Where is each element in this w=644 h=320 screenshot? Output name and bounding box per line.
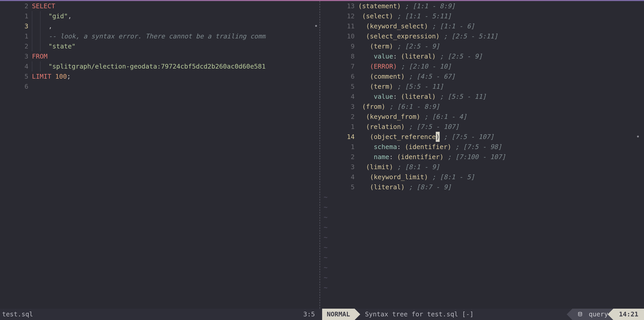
tree-content[interactable]: (keyword_from) ; [6:1 - 4] [358,112,467,122]
tree-node: statement [362,2,397,10]
tree-node: select [366,12,389,20]
tree-content[interactable]: (comment) ; [4:5 - 67] [358,71,455,81]
tree-node: identifier [401,153,440,161]
code-line[interactable]: 6 [0,81,322,92]
token [32,31,40,41]
line-number: 13 [322,1,358,11]
token: -- look, a syntax error. There cannot be… [48,32,266,40]
code-line[interactable]: 2 "state" [0,41,322,51]
line-number: 2 [0,41,32,51]
cursorline-highlight [32,21,319,31]
tree-content[interactable]: (keyword_limit) ; [8:1 - 5] [358,172,475,182]
status-clock: 14:21 [613,309,644,320]
code-content[interactable]: "gid", [32,11,72,21]
code-content[interactable]: FROM [32,51,47,61]
tree-content[interactable]: (relation) ; [7:5 - 107] [358,122,459,132]
block-cursor: ) [436,132,440,142]
tree-content[interactable]: (keyword_select) ; [1:1 - 6] [358,21,475,31]
code-content[interactable]: -- look, a syntax error. There cannot be… [32,31,266,41]
token [51,73,55,80]
line-number: 7 [322,61,358,71]
empty-line-tilde: ~ [322,273,644,283]
tree-line[interactable]: 8 value: (literal) ; [2:5 - 9] [322,51,644,61]
tree-line[interactable]: 5 (literal) ; [8:7 - 9] [322,182,644,192]
tree-line[interactable]: 10 (select_expression) ; [2:5 - 5:11] [322,31,644,41]
tree-content[interactable]: (limit) ; [8:1 - 9] [358,162,440,172]
tree-line[interactable]: 14 (object_reference) ; [7:5 - 107]• [322,132,644,142]
token [40,61,48,71]
line-number: 2 [322,152,358,162]
line-number: 4 [322,92,358,102]
tree-line[interactable]: 4 value: (literal) ; [5:5 - 11] [322,92,644,102]
token: ; [67,73,71,80]
tree-line[interactable]: 2 name: (identifier) ; [7:100 - 107] [322,152,644,162]
code-line[interactable]: 1 -- look, a syntax error. There cannot … [0,31,322,41]
code-content[interactable]: SELECT [32,1,55,11]
database-icon [578,310,589,318]
tree-line[interactable]: 4 (keyword_limit) ; [8:1 - 5] [322,172,644,182]
tree-line[interactable]: 2 (keyword_from) ; [6:1 - 4] [322,112,644,122]
code-content[interactable]: LIMIT 100; [32,71,71,81]
token: FROM [32,53,47,60]
line-number: 8 [322,51,358,61]
tree-node: literal [374,183,401,191]
line-number: 1 [0,31,32,41]
left-pane-sql-buffer[interactable]: 2SELECT1 "gid",3 ,•1 -- look, a syntax e… [0,1,322,309]
tree-range-annotation: ; [5:5 - 11] [436,93,486,100]
eol-marker: • [314,21,318,31]
tree-content[interactable]: value: (literal) ; [2:5 - 9] [358,51,482,61]
tree-line[interactable]: 13(statement) ; [1:1 - 8:9] [322,1,644,11]
status-cursor-position: 3:5 [303,309,322,320]
tree-line[interactable]: 11 (keyword_select) ; [1:1 - 6] [322,21,644,31]
code-line[interactable]: 4 "splitgraph/election-geodata:79724cbf5… [0,61,322,71]
tree-range-annotation: ; [6:1 - 8:9] [385,103,440,110]
tree-content[interactable]: name: (identifier) ; [7:100 - 107] [358,152,506,162]
tree-range-annotation: ; [5:5 - 11] [393,83,444,90]
tree-line[interactable]: 6 (comment) ; [4:5 - 67] [322,71,644,81]
tree-content[interactable]: value: (literal) ; [5:5 - 11] [358,92,486,102]
line-number: 2 [322,112,358,122]
tree-line[interactable]: 12 (select) ; [1:1 - 5:11] [322,11,644,21]
tree-content[interactable]: (literal) ; [8:7 - 9] [358,182,451,192]
tree-content[interactable]: (from) ; [6:1 - 8:9] [358,102,440,112]
tree-line[interactable]: 7 (ERROR) ; [2:10 - 10] [322,61,644,71]
status-db-segment: query [572,309,613,320]
tree-content[interactable]: (statement) ; [1:1 - 8:9] [358,1,455,11]
code-line[interactable]: 5LIMIT 100; [0,71,322,81]
tree-content[interactable]: schema: (identifier) ; [7:5 - 98] [358,142,502,152]
line-number: 6 [0,81,32,92]
line-number: 12 [322,11,358,21]
tree-content[interactable]: (term) ; [5:5 - 11] [358,81,444,92]
statusline-left: test.sql 3:5 [0,309,322,320]
token: "state" [48,43,76,50]
tree-line[interactable]: 1 schema: (identifier) ; [7:5 - 98] [322,142,644,152]
line-number: 11 [322,21,358,31]
tree-line[interactable]: 3 (limit) ; [8:1 - 9] [322,162,644,172]
tree-line[interactable]: 5 (term) ; [5:5 - 11] [322,81,644,92]
empty-line-tilde: ~ [322,212,644,222]
line-number: 9 [322,41,358,51]
right-pane-syntax-tree[interactable]: 13(statement) ; [1:1 - 8:9]12 (select) ;… [322,1,644,309]
empty-line-tilde: ~ [322,232,644,242]
code-content[interactable]: "state" [32,41,76,51]
tree-field: value [374,93,393,100]
code-content[interactable]: , [32,21,52,31]
tree-content[interactable]: (object_reference) ; [7:5 - 107] [358,132,494,142]
tree-line[interactable]: 3 (from) ; [6:1 - 8:9] [322,102,644,112]
tree-line[interactable]: 9 (term) ; [2:5 - 9] [322,41,644,51]
tree-line[interactable]: 1 (relation) ; [7:5 - 107] [322,122,644,132]
line-number: 5 [322,81,358,92]
tree-content[interactable]: (term) ; [2:5 - 9] [358,41,440,51]
tree-content[interactable]: (ERROR) ; [2:10 - 10] [358,61,451,71]
tree-range-annotation: ; [8:1 - 5] [428,173,475,181]
code-line[interactable]: 1 "gid", [0,11,322,21]
code-line[interactable]: 2SELECT [0,1,322,11]
line-number: 5 [322,182,358,192]
code-line[interactable]: 3FROM [0,51,322,61]
tree-range-annotation: ; [2:5 - 5:11] [440,32,498,40]
code-content[interactable]: "splitgraph/election-geodata:79724cbf5dc… [32,61,266,71]
tree-content[interactable]: (select) ; [1:1 - 5:11] [358,11,451,21]
tree-content[interactable]: (select_expression) ; [2:5 - 5:11] [358,31,498,41]
code-line[interactable]: 3 ,• [0,21,322,31]
tree-range-annotation: ; [2:5 - 9] [436,53,482,60]
